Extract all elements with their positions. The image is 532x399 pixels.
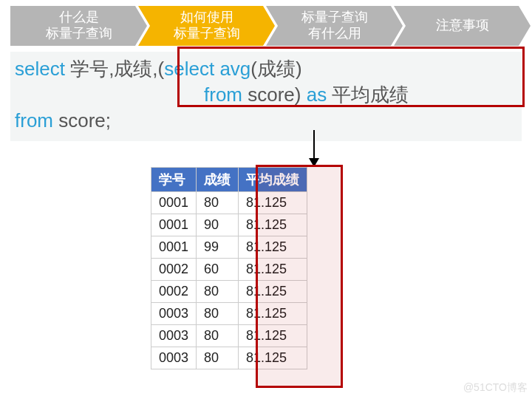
sql-text: 学号,成绩, bbox=[65, 58, 158, 80]
col-header: 平均成绩 bbox=[239, 168, 307, 192]
sql-text: 平均成绩 bbox=[327, 83, 409, 106]
table-header-row: 学号 成绩 平均成绩 bbox=[151, 168, 307, 192]
sql-text: score) bbox=[242, 83, 307, 106]
nav-step-label: 什么是 bbox=[59, 10, 99, 26]
sql-keyword: from bbox=[204, 83, 242, 106]
table-row: 00019081.125 bbox=[151, 214, 307, 236]
sql-keyword: select bbox=[15, 58, 65, 80]
sql-keyword: as bbox=[307, 83, 327, 106]
table-row: 00018081.125 bbox=[151, 192, 307, 214]
table-row: 00038081.125 bbox=[151, 303, 307, 325]
sql-text: score; bbox=[53, 109, 111, 132]
nav-step-label: 标量子查询 bbox=[46, 26, 112, 42]
nav-step-label: 标量子查询 bbox=[301, 10, 368, 26]
nav-step-4: 注意事项 bbox=[394, 6, 531, 46]
result-table-wrap: 学号 成绩 平均成绩 00018081.125 00019081.125 000… bbox=[151, 167, 307, 369]
nav-step-label: 标量子查询 bbox=[174, 26, 240, 42]
watermark: @51CTO博客 bbox=[463, 381, 528, 395]
table-row: 00038081.125 bbox=[151, 347, 307, 369]
nav-step-1: 什么是 标量子查询 bbox=[10, 6, 147, 46]
result-table: 学号 成绩 平均成绩 00018081.125 00019081.125 000… bbox=[151, 167, 307, 369]
table-row: 00028081.125 bbox=[151, 281, 307, 303]
table-row: 00019981.125 bbox=[151, 236, 307, 259]
nav-step-2: 如何使用 标量子查询 bbox=[138, 6, 275, 46]
table-body: 00018081.125 00019081.125 00019981.125 0… bbox=[151, 192, 307, 369]
nav-step-3: 标量子查询 有什么用 bbox=[266, 6, 403, 46]
sql-code-block: select 学号,成绩,(select avg(成绩) from score)… bbox=[10, 52, 522, 141]
sql-keyword: from bbox=[15, 109, 53, 132]
sql-keyword: select avg bbox=[164, 58, 250, 80]
sql-text: (成绩) bbox=[250, 58, 301, 80]
breadcrumb-nav: 什么是 标量子查询 如何使用 标量子查询 标量子查询 有什么用 注意事项 bbox=[10, 6, 522, 46]
col-header: 成绩 bbox=[197, 168, 239, 192]
nav-step-label: 如何使用 bbox=[180, 10, 233, 26]
table-row: 00026081.125 bbox=[151, 259, 307, 281]
nav-step-label: 有什么用 bbox=[308, 26, 361, 42]
sql-paren: ( bbox=[158, 58, 165, 80]
col-header: 学号 bbox=[151, 168, 197, 192]
nav-step-label: 注意事项 bbox=[436, 18, 489, 34]
arrow-down-icon bbox=[313, 130, 315, 166]
table-row: 00038081.125 bbox=[151, 325, 307, 347]
